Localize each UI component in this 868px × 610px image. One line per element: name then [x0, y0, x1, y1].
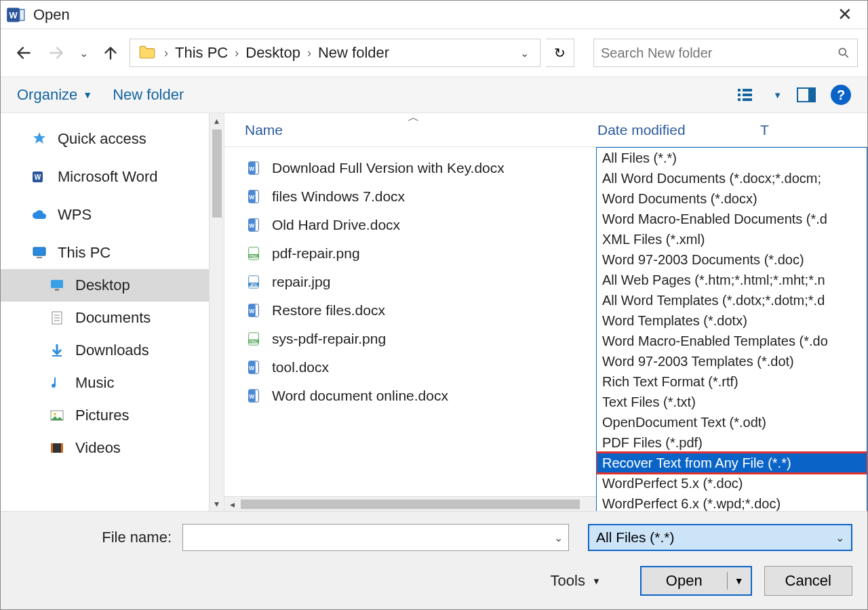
close-icon[interactable]: ✕	[828, 4, 862, 25]
filetype-option[interactable]: Word Macro-Enabled Documents (*.d	[597, 209, 867, 229]
filetype-option[interactable]: Recover Text from Any File (*.*)	[597, 453, 867, 473]
refresh-button[interactable]: ↻	[546, 39, 574, 67]
tools-button[interactable]: Tools ▼	[551, 572, 601, 590]
sidebar-item-music[interactable]: Music	[1, 367, 224, 399]
sidebar-item-this-pc[interactable]: This PC	[1, 237, 224, 269]
scroll-thumb[interactable]	[212, 129, 222, 218]
column-date[interactable]: Date modified	[597, 122, 686, 138]
svg-text:PNG: PNG	[250, 254, 258, 258]
filetype-option[interactable]: WordPerfect 6.x (*.wpd;*.doc)	[597, 493, 867, 511]
svg-text:W: W	[249, 308, 254, 314]
address-bar[interactable]: › This PC › Desktop › New folder ⌄	[130, 39, 540, 67]
scroll-thumb[interactable]	[241, 500, 580, 509]
filetype-option[interactable]: XML Files (*.xml)	[597, 229, 867, 249]
chevron-up-icon[interactable]: ︿	[408, 113, 420, 125]
filetype-option[interactable]: Word Documents (*.docx)	[597, 188, 867, 209]
back-button[interactable]	[10, 39, 37, 66]
sidebar-item-label: Downloads	[75, 342, 149, 359]
column-type[interactable]: T	[760, 122, 769, 138]
file-name: sys-pdf-repair.png	[272, 331, 386, 347]
jpg-file-icon: JPG	[245, 273, 262, 291]
sidebar-item-documents[interactable]: Documents	[1, 302, 224, 334]
docx-file-icon: W	[245, 159, 262, 177]
sidebar-item-videos[interactable]: Videos	[1, 432, 224, 464]
svg-text:W: W	[249, 166, 254, 172]
open-dropdown-icon[interactable]: ▼	[728, 575, 751, 586]
new-folder-button[interactable]: New folder	[113, 86, 184, 104]
file-type-dropdown[interactable]: All Files (*.*)All Word Documents (*.doc…	[596, 147, 867, 511]
breadcrumb-root[interactable]: This PC	[171, 44, 232, 62]
dialog-title: Open	[33, 6, 70, 24]
filetype-option[interactable]: All Word Templates (*.dotx;*.dotm;*.d	[597, 290, 867, 310]
svg-rect-9	[743, 98, 752, 101]
chevron-down-icon[interactable]: ▼	[773, 90, 782, 100]
recent-dropdown-icon[interactable]: ⌄	[75, 39, 92, 66]
forward-button[interactable]	[43, 39, 70, 66]
breadcrumb-desktop[interactable]: Desktop	[241, 44, 304, 62]
sidebar-item-label: Music	[75, 374, 114, 392]
filetype-option[interactable]: Rich Text Format (*.rtf)	[597, 371, 867, 392]
svg-text:W: W	[9, 9, 18, 20]
scroll-down-icon[interactable]: ▾	[210, 496, 224, 511]
sidebar-item-pictures[interactable]: Pictures	[1, 399, 224, 432]
filetype-option[interactable]: WordPerfect 5.x (*.doc)	[597, 473, 867, 493]
filetype-option[interactable]: All Word Documents (*.docx;*.docm;	[597, 168, 867, 188]
sidebar-item-microsoft-word[interactable]: WMicrosoft Word	[1, 161, 224, 193]
filetype-option[interactable]: Word 97-2003 Documents (*.doc)	[597, 249, 867, 270]
docx-file-icon: W	[245, 359, 262, 376]
organize-button[interactable]: Organize ▼	[17, 86, 92, 104]
filetype-option[interactable]: Text Files (*.txt)	[597, 392, 867, 412]
address-dropdown-icon[interactable]: ⌄	[513, 47, 536, 60]
filetype-option[interactable]: All Files (*.*)	[597, 148, 867, 168]
scroll-left-icon[interactable]: ◂	[224, 499, 239, 510]
up-button[interactable]	[97, 39, 124, 66]
svg-rect-18	[55, 289, 59, 291]
view-options-icon[interactable]	[738, 87, 758, 102]
column-headers: ︿ Name Date modified T	[224, 113, 867, 147]
filetype-option[interactable]: Word Macro-Enabled Templates (*.do	[597, 331, 867, 351]
search-input[interactable]	[601, 45, 837, 61]
sidebar-item-label: Quick access	[58, 130, 146, 148]
filetype-option[interactable]: OpenDocument Text (*.odt)	[597, 412, 867, 432]
filetype-option[interactable]: All Web Pages (*.htm;*.html;*.mht;*.n	[597, 270, 867, 290]
file-name: Word document online.docx	[272, 388, 448, 404]
filetype-option[interactable]: Word 97-2003 Templates (*.dot)	[597, 351, 867, 371]
cancel-button[interactable]: Cancel	[764, 566, 852, 596]
svg-text:W: W	[249, 195, 254, 201]
filename-input[interactable]: ⌄	[182, 524, 569, 551]
doc-icon	[48, 309, 66, 327]
svg-rect-23	[52, 355, 62, 357]
sidebar-scrollbar[interactable]: ▴ ▾	[209, 113, 224, 511]
breadcrumb-leaf[interactable]: New folder	[314, 44, 393, 62]
word-icon: W	[31, 168, 48, 186]
desktop-icon	[48, 277, 66, 294]
cloud-icon	[31, 206, 48, 224]
svg-text:PNG: PNG	[250, 340, 258, 344]
chevron-right-icon[interactable]: ›	[232, 46, 241, 60]
chevron-right-icon[interactable]: ›	[161, 46, 171, 60]
filetype-option[interactable]: PDF Files (*.pdf)	[597, 432, 867, 453]
sidebar-item-downloads[interactable]: Downloads	[1, 334, 224, 367]
chevron-right-icon[interactable]: ›	[304, 46, 314, 60]
sidebar-item-desktop[interactable]: Desktop	[1, 269, 224, 302]
chevron-down-icon[interactable]: ⌄	[554, 531, 563, 544]
svg-rect-11	[808, 88, 815, 102]
file-name: tool.docx	[272, 359, 329, 375]
svg-text:W: W	[35, 174, 41, 181]
filetype-option[interactable]: Word Templates (*.dotx)	[597, 310, 867, 331]
sidebar-item-wps[interactable]: WPS	[1, 199, 224, 231]
preview-pane-icon[interactable]	[797, 87, 816, 102]
scroll-up-icon[interactable]: ▴	[210, 113, 224, 128]
svg-text:W: W	[249, 223, 254, 229]
help-icon[interactable]: ?	[831, 85, 851, 105]
file-type-combo[interactable]: All Files (*.*) ⌄	[588, 524, 852, 551]
filename-label: File name:	[16, 529, 172, 546]
column-name[interactable]: Name	[245, 122, 597, 138]
open-button[interactable]: Open ▼	[640, 566, 752, 596]
search-box[interactable]	[593, 39, 858, 67]
tools-label: Tools	[551, 572, 585, 590]
sidebar-item-quick-access[interactable]: Quick access	[1, 123, 224, 155]
toolbar: Organize ▼ New folder ▼ ?	[1, 77, 867, 113]
music-icon	[48, 374, 66, 392]
png-file-icon: PNG	[245, 330, 262, 348]
